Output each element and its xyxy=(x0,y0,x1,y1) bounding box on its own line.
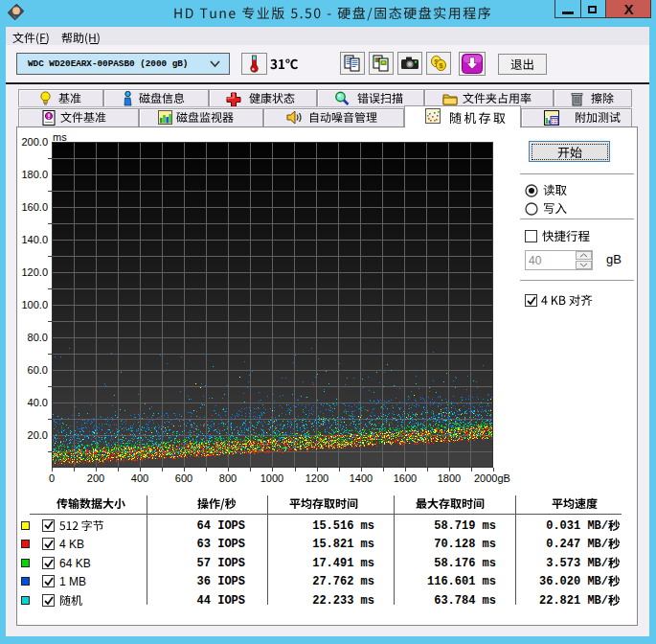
svg-text:$: $ xyxy=(439,61,443,70)
